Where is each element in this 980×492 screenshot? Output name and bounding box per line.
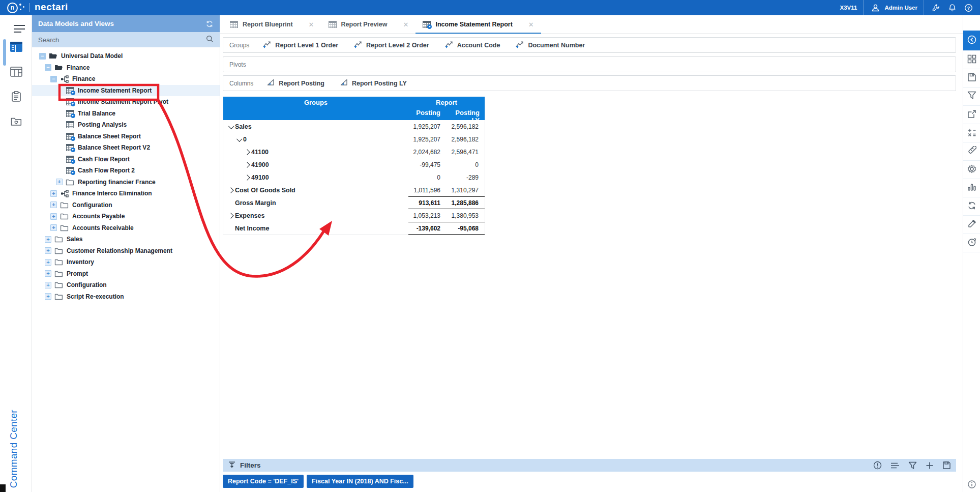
row-expand-icon[interactable] xyxy=(226,214,235,218)
tree-item[interactable]: +Inventory xyxy=(32,256,220,268)
alert-circle-icon[interactable] xyxy=(873,461,882,470)
export-button[interactable] xyxy=(963,106,980,124)
save-button[interactable] xyxy=(963,69,980,88)
tree-item[interactable]: Trial Balance xyxy=(32,108,220,120)
search-icon[interactable] xyxy=(206,35,214,45)
help-icon[interactable]: ? xyxy=(963,2,974,13)
refresh-icon[interactable] xyxy=(205,20,214,28)
history-button[interactable] xyxy=(963,234,980,252)
tree-item[interactable]: +Finance Interco Elimination xyxy=(32,188,220,199)
rail-item-dashboards[interactable] xyxy=(10,67,23,79)
tree-item[interactable]: Balance Sheet Report xyxy=(32,131,220,142)
collapse-toggle-icon[interactable]: − xyxy=(39,53,46,60)
field-chip[interactable]: Report Posting LY xyxy=(340,78,407,88)
tab-income-statement-report[interactable]: Income Statement Report✕ xyxy=(415,15,541,34)
grid-row[interactable]: 41900-99,4750 xyxy=(223,158,485,171)
tab-report-blueprint[interactable]: Report Blueprint✕ xyxy=(223,15,321,34)
tree-item[interactable]: Income Statement Report Pivot xyxy=(32,96,220,108)
grid-row[interactable]: 491000-289 xyxy=(223,171,485,184)
close-tab-icon[interactable]: ✕ xyxy=(403,21,409,28)
row-expand-icon[interactable] xyxy=(243,176,251,180)
funnel-icon[interactable] xyxy=(908,461,917,470)
expand-toggle-icon[interactable]: + xyxy=(50,190,57,197)
tree-item[interactable]: −Universal Data Model xyxy=(32,50,220,62)
tree-item[interactable]: Income Statement Report xyxy=(32,85,220,97)
tree-item[interactable]: Balance Sheet Report V2 xyxy=(32,142,220,154)
search-input[interactable]: Search xyxy=(32,32,220,47)
grid-row[interactable]: 01,925,2072,596,182 xyxy=(223,133,485,146)
tree-item[interactable]: −Finance xyxy=(32,73,220,85)
field-chip[interactable]: Report Posting xyxy=(266,78,324,88)
expand-toggle-icon[interactable]: + xyxy=(45,236,51,243)
field-chip[interactable]: Document Number xyxy=(515,40,585,50)
grid-row[interactable]: Cost Of Goods Sold1,011,5961,310,297 xyxy=(223,184,485,196)
filter-chip[interactable]: Report Code = 'DEF_IS' xyxy=(223,475,304,488)
close-tab-icon[interactable]: ✕ xyxy=(309,21,314,28)
apps-grid-button[interactable] xyxy=(963,51,980,69)
grid-header-posting-ly[interactable]: Posting LY xyxy=(447,109,485,124)
tree-item[interactable]: +Accounts Receivable xyxy=(32,222,220,234)
tree-item[interactable]: +Accounts Payable xyxy=(32,211,220,222)
rail-item-favorites[interactable] xyxy=(10,117,23,129)
menu-icon[interactable] xyxy=(14,25,25,33)
collapse-toggle-icon[interactable]: − xyxy=(45,64,51,71)
tree-item[interactable]: +Configuration xyxy=(32,199,220,211)
tab-report-preview[interactable]: Report Preview✕ xyxy=(321,15,416,34)
plus-icon[interactable] xyxy=(926,461,934,470)
expand-toggle-icon[interactable]: + xyxy=(45,293,51,300)
row-expand-icon[interactable] xyxy=(243,163,251,167)
expand-toggle-icon[interactable]: + xyxy=(45,282,51,288)
expand-toggle-icon[interactable]: + xyxy=(45,247,51,254)
expand-toggle-icon[interactable]: + xyxy=(50,213,57,220)
ruler-button[interactable] xyxy=(963,142,980,161)
row-expand-icon[interactable] xyxy=(243,150,251,154)
expand-toggle-icon[interactable]: + xyxy=(45,270,51,277)
collapse-panel-button[interactable] xyxy=(963,31,980,51)
save-icon[interactable] xyxy=(942,461,951,470)
bell-icon[interactable] xyxy=(946,2,958,13)
field-chip[interactable]: Report Level 2 Order xyxy=(353,40,429,50)
grid-row[interactable]: Net Income-139,602-95,068 xyxy=(223,222,485,235)
bar-chart-button[interactable] xyxy=(963,179,980,197)
collapse-toggle-icon[interactable]: − xyxy=(50,76,57,82)
user-menu[interactable]: Admin User xyxy=(870,2,917,13)
row-expand-icon[interactable] xyxy=(226,188,235,192)
expand-toggle-icon[interactable]: + xyxy=(50,201,57,208)
rail-item-tasks[interactable] xyxy=(10,92,23,104)
tree-item[interactable]: Cash Flow Report xyxy=(32,154,220,165)
expand-toggle-icon[interactable]: + xyxy=(45,259,51,266)
grid-row[interactable]: Sales1,925,2072,596,182 xyxy=(223,120,485,133)
filter-chip[interactable]: Fiscal Year IN (2018) AND Fisc... xyxy=(307,475,413,488)
grid-header-groups[interactable]: Groups xyxy=(223,99,408,106)
groups-bar[interactable]: Groups Report Level 1 OrderReport Level … xyxy=(223,37,956,53)
settings-button[interactable] xyxy=(963,161,980,179)
calculator-button[interactable] xyxy=(963,124,980,142)
close-tab-icon[interactable]: ✕ xyxy=(528,21,534,28)
filter-button[interactable] xyxy=(963,88,980,106)
list-icon[interactable] xyxy=(890,462,900,469)
tree-item[interactable]: +Script Re-execution xyxy=(32,291,220,303)
eyedropper-button[interactable] xyxy=(963,216,980,234)
wrench-icon[interactable] xyxy=(930,2,941,13)
expand-toggle-icon[interactable]: + xyxy=(56,179,63,185)
grid-row[interactable]: Gross Margin913,6111,285,886 xyxy=(223,196,485,209)
tree-item[interactable]: +Sales xyxy=(32,234,220,245)
grid-row[interactable]: Expenses1,053,2131,380,953 xyxy=(223,209,485,222)
refresh-button[interactable] xyxy=(963,197,980,216)
tree-item[interactable]: Cash Flow Report 2 xyxy=(32,165,220,177)
tree-item[interactable]: Posting Analysis xyxy=(32,119,220,131)
rail-item-command-center[interactable] xyxy=(10,42,23,54)
row-collapse-icon[interactable] xyxy=(226,125,235,129)
tree-item[interactable]: +Configuration xyxy=(32,279,220,291)
tree-item[interactable]: +Prompt xyxy=(32,268,220,280)
tree-item[interactable]: +Customer Relationship Management xyxy=(32,245,220,257)
grid-header-posting[interactable]: Posting xyxy=(408,109,447,117)
tree-item[interactable]: −Finance xyxy=(32,62,220,74)
info-icon[interactable] xyxy=(963,480,980,489)
grid-row[interactable]: 411002,024,6822,596,471 xyxy=(223,146,485,158)
pivots-bar[interactable]: Pivots xyxy=(223,56,956,72)
columns-bar[interactable]: Columns Report PostingReport Posting LY xyxy=(223,75,956,91)
field-chip[interactable]: Report Level 1 Order xyxy=(262,40,338,50)
tree-item[interactable]: +Reporting financier France xyxy=(32,177,220,188)
row-collapse-icon[interactable] xyxy=(234,137,243,141)
